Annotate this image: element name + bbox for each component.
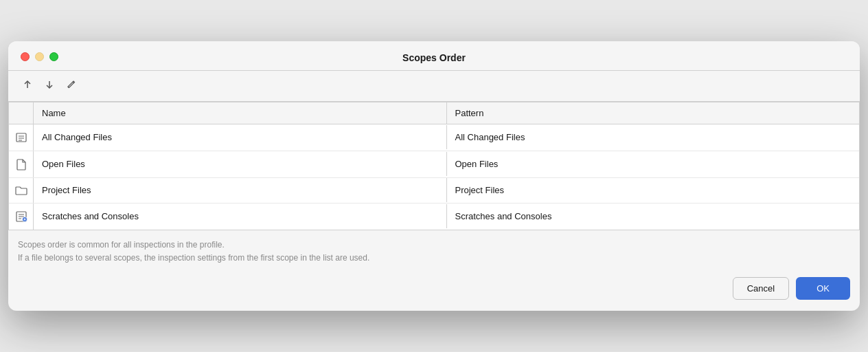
- row-icon-scratches: [9, 204, 34, 230]
- toolbar: [8, 70, 860, 102]
- row-pattern-scratches: Scratches and Consoles: [447, 204, 860, 228]
- info-line-2: If a file belongs to several scopes, the…: [18, 252, 850, 265]
- maximize-button[interactable]: [49, 52, 58, 61]
- table-row[interactable]: All Changed Files All Changed Files: [9, 124, 859, 151]
- info-line-1: Scopes order is common for all inspectio…: [18, 239, 850, 252]
- table-header: Name Pattern: [9, 102, 859, 124]
- move-up-button[interactable]: [18, 76, 37, 96]
- table-row[interactable]: Project Files Project Files: [9, 178, 859, 204]
- info-text: Scopes order is common for all inspectio…: [8, 230, 860, 270]
- svg-line-3: [68, 87, 69, 87]
- row-icon-changed-files: [9, 124, 34, 151]
- header-name-col: Name: [34, 102, 447, 124]
- button-row: Cancel OK: [8, 270, 860, 311]
- cancel-button[interactable]: Cancel: [733, 277, 789, 300]
- row-pattern-changed-files: All Changed Files: [447, 125, 860, 149]
- close-button[interactable]: [21, 52, 30, 61]
- header-pattern-col: Pattern: [447, 102, 860, 124]
- row-pattern-open-files: Open Files: [447, 152, 860, 176]
- dialog-scopes-order: Scopes Order: [8, 41, 860, 311]
- scopes-table: Name Pattern All Changed Files All Chang…: [8, 102, 860, 230]
- row-icon-project-files: [9, 178, 34, 203]
- title-bar: Scopes Order: [8, 41, 860, 70]
- row-name-scratches: Scratches and Consoles: [34, 204, 447, 228]
- edit-button[interactable]: [62, 76, 81, 96]
- header-icon-col: [9, 102, 34, 124]
- move-up-icon: [23, 80, 32, 92]
- row-name-project-files: Project Files: [34, 178, 447, 202]
- edit-icon: [67, 80, 76, 92]
- minimize-button[interactable]: [35, 52, 44, 61]
- dialog-title: Scopes Order: [402, 52, 466, 63]
- row-name-changed-files: All Changed Files: [34, 125, 447, 149]
- move-down-button[interactable]: [40, 76, 59, 96]
- table-row[interactable]: Scratches and Consoles Scratches and Con…: [9, 204, 859, 230]
- row-icon-open-files: [9, 151, 34, 177]
- traffic-lights: [21, 52, 58, 61]
- row-name-open-files: Open Files: [34, 152, 447, 176]
- ok-button[interactable]: OK: [796, 277, 850, 300]
- move-down-icon: [45, 80, 54, 92]
- row-pattern-project-files: Project Files: [447, 178, 860, 202]
- table-row[interactable]: Open Files Open Files: [9, 151, 859, 178]
